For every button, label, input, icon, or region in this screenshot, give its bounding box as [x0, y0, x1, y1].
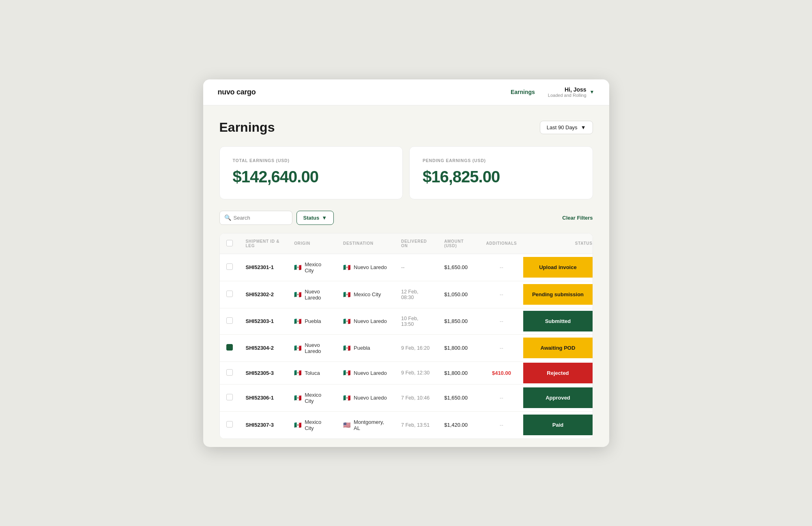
status-filter-label: Status [303, 215, 320, 221]
origin-flag-icon: 🇲🇽 [294, 318, 302, 325]
row-status-cell[interactable]: Awaiting POD [523, 334, 592, 361]
row-status-cell[interactable]: Submitted [523, 308, 592, 334]
row-shipment-id: SHI52303-1 [239, 308, 288, 334]
origin-city: Mexico City [305, 419, 330, 431]
col-header-status: STATUS [523, 233, 592, 254]
row-status-cell[interactable]: Upload invoice [523, 254, 592, 281]
status-filter-button[interactable]: Status ▼ [296, 211, 334, 225]
dest-city: Mexico City [354, 291, 381, 297]
status-filter-chevron-icon: ▼ [322, 215, 327, 221]
origin-flag-text: 🇲🇽Toluca [294, 369, 330, 376]
row-shipment-id: SHI52304-2 [239, 334, 288, 361]
header-checkbox[interactable] [226, 240, 233, 246]
origin-city: Toluca [305, 370, 320, 376]
row-checkbox-cell [220, 411, 239, 438]
status-badge[interactable]: Rejected [523, 363, 592, 383]
status-badge[interactable]: Upload invoice [523, 257, 592, 278]
row-delivered-on: 9 Feb, 12:30 [395, 361, 438, 384]
row-status-cell[interactable]: Pending submission [523, 281, 592, 308]
origin-city: Nuevo Laredo [305, 289, 330, 301]
nav-user-menu[interactable]: Hi, Joss Loaded and Rolling ▼ [548, 86, 595, 98]
row-additionals: -- [479, 334, 523, 361]
row-checkbox[interactable] [226, 263, 233, 270]
filters-row: 🔍 Status ▼ Clear Filters [219, 211, 593, 225]
total-earnings-value: $142,640.00 [233, 168, 390, 186]
row-checkbox[interactable] [226, 317, 233, 324]
status-badge[interactable]: Pending submission [523, 284, 592, 305]
dest-city: Nuevo Laredo [354, 318, 387, 324]
origin-flag-text: 🇲🇽Mexico City [294, 419, 330, 431]
table-outer: SHIPMENT ID & LEG ORIGIN DESTINATION DEL… [219, 233, 593, 439]
row-shipment-id: SHI52306-1 [239, 384, 288, 411]
row-origin: 🇲🇽Puebla [288, 308, 337, 334]
origin-city: Nuevo Laredo [305, 342, 330, 354]
status-badge[interactable]: Awaiting POD [523, 338, 592, 358]
row-checkbox[interactable] [226, 291, 233, 297]
row-checkbox-cell [220, 384, 239, 411]
dest-flag-icon: 🇺🇸 [343, 421, 351, 429]
table-row: SHI52305-3🇲🇽Toluca🇲🇽Nuevo Laredo9 Feb, 1… [220, 361, 593, 384]
dest-flag-icon: 🇲🇽 [343, 394, 351, 402]
row-additionals: -- [479, 308, 523, 334]
row-shipment-id: SHI52301-1 [239, 254, 288, 281]
pending-earnings-label: PENDING EARNINGS (USD) [423, 158, 580, 163]
row-checkbox-cell [220, 281, 239, 308]
dest-flag-text: 🇲🇽Nuevo Laredo [343, 264, 388, 271]
row-status-cell[interactable]: Paid [523, 411, 592, 438]
status-badge[interactable]: Approved [523, 387, 592, 408]
table-row: SHI52304-2🇲🇽Nuevo Laredo🇲🇽Puebla9 Feb, 1… [220, 334, 593, 361]
row-delivered-on: 7 Feb, 13:51 [395, 411, 438, 438]
origin-flag-icon: 🇲🇽 [294, 264, 302, 271]
row-checkbox-cell [220, 361, 239, 384]
col-header-additionals: ADDITIONALS [479, 233, 523, 254]
nav-earnings-link[interactable]: Earnings [511, 89, 535, 95]
row-amount: $1,800.00 [438, 334, 479, 361]
row-status-cell[interactable]: Approved [523, 384, 592, 411]
origin-flag-icon: 🇲🇽 [294, 344, 302, 352]
row-delivered-on: 9 Feb, 16:20 [395, 334, 438, 361]
row-destination: 🇲🇽Nuevo Laredo [337, 308, 395, 334]
clear-filters-button[interactable]: Clear Filters [562, 215, 593, 221]
table-row: SHI52303-1🇲🇽Puebla🇲🇽Nuevo Laredo10 Feb, … [220, 308, 593, 334]
nav-chevron-icon: ▼ [590, 89, 595, 95]
row-checkbox[interactable] [226, 344, 233, 351]
row-checkbox[interactable] [226, 394, 233, 400]
row-amount: $1,800.00 [438, 361, 479, 384]
row-origin: 🇲🇽Mexico City [288, 411, 337, 438]
dest-flag-text: 🇲🇽Nuevo Laredo [343, 369, 388, 376]
table-row: SHI52301-1🇲🇽Mexico City🇲🇽Nuevo Laredo--$… [220, 254, 593, 281]
nav-user-subtitle: Loaded and Rolling [548, 93, 586, 98]
dest-flag-text: 🇲🇽Nuevo Laredo [343, 318, 388, 325]
dest-flag-text: 🇲🇽Nuevo Laredo [343, 394, 388, 402]
filters-left: 🔍 Status ▼ [219, 211, 334, 225]
row-status-cell[interactable]: Rejected [523, 361, 592, 384]
dest-flag-text: 🇲🇽Mexico City [343, 291, 388, 298]
row-additionals: -- [479, 384, 523, 411]
row-checkbox[interactable] [226, 369, 233, 376]
app-window: nuvo cargo Earnings Hi, Joss Loaded and … [203, 79, 609, 447]
origin-flag-text: 🇲🇽Nuevo Laredo [294, 342, 330, 354]
period-selector-button[interactable]: Last 90 Days ▼ [540, 121, 593, 134]
dest-flag-text: 🇲🇽Puebla [343, 344, 388, 352]
row-destination: 🇲🇽Nuevo Laredo [337, 254, 395, 281]
row-destination: 🇲🇽Mexico City [337, 281, 395, 308]
status-badge[interactable]: Paid [523, 415, 592, 435]
page-header-row: Earnings Last 90 Days ▼ [219, 120, 593, 135]
total-earnings-label: TOTAL EARNINGS (USD) [233, 158, 390, 163]
row-destination: 🇺🇸Montgomery, AL [337, 411, 395, 438]
search-input-wrap: 🔍 [219, 211, 292, 225]
page-content: Earnings Last 90 Days ▼ TOTAL EARNINGS (… [203, 105, 609, 447]
row-origin: 🇲🇽Toluca [288, 361, 337, 384]
table-body: SHI52301-1🇲🇽Mexico City🇲🇽Nuevo Laredo--$… [220, 254, 593, 438]
row-additionals: -- [479, 411, 523, 438]
period-label: Last 90 Days [547, 124, 578, 130]
dest-flag-icon: 🇲🇽 [343, 291, 351, 298]
status-badge[interactable]: Submitted [523, 311, 592, 331]
nav-user-name: Hi, Joss [548, 86, 586, 93]
row-destination: 🇲🇽Puebla [337, 334, 395, 361]
dest-city: Nuevo Laredo [354, 370, 387, 376]
row-amount: $1,850.00 [438, 308, 479, 334]
col-header-delivered: DELIVERED ON [395, 233, 438, 254]
row-checkbox[interactable] [226, 421, 233, 428]
col-header-amount: AMOUNT (USD) [438, 233, 479, 254]
